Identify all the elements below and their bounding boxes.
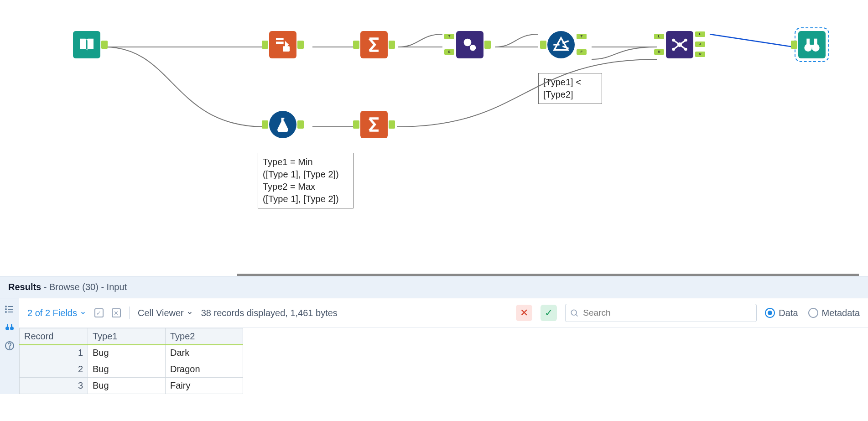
svg-point-26 bbox=[5, 306, 6, 307]
formula-tool[interactable] bbox=[269, 111, 296, 138]
svg-point-28 bbox=[5, 312, 6, 312]
results-header: Results - Browse (30) - Input bbox=[0, 276, 868, 298]
table-row[interactable]: 2BugDragon bbox=[20, 361, 243, 378]
th-type2[interactable]: Type2 bbox=[166, 328, 243, 345]
fields-dropdown[interactable]: 2 of 2 Fields bbox=[27, 308, 86, 318]
svg-rect-19 bbox=[806, 39, 810, 44]
record-summary: 38 records displayed, 1,461 bytes bbox=[201, 308, 338, 318]
svg-line-13 bbox=[674, 40, 680, 45]
svg-line-15 bbox=[680, 40, 686, 45]
results-subtitle: - Browse (30) - Input bbox=[41, 282, 127, 292]
summarize-tool-1[interactable] bbox=[360, 31, 388, 58]
radio-metadata[interactable]: Metadata bbox=[808, 308, 860, 318]
svg-point-30 bbox=[10, 327, 14, 330]
cell-viewer-label: Cell Viewer bbox=[138, 308, 184, 318]
binoculars-icon bbox=[803, 36, 821, 54]
select-all-check[interactable]: ✓ bbox=[94, 308, 104, 317]
prism-icon bbox=[552, 36, 570, 54]
browse-tool[interactable] bbox=[798, 31, 826, 58]
results-sidebar bbox=[0, 298, 19, 394]
svg-point-29 bbox=[5, 327, 9, 330]
search-input[interactable] bbox=[565, 304, 757, 322]
svg-point-35 bbox=[572, 310, 577, 315]
svg-rect-2 bbox=[283, 46, 290, 52]
table-row[interactable]: 1BugDark bbox=[20, 345, 243, 361]
svg-rect-21 bbox=[811, 45, 814, 47]
cell-viewer-dropdown[interactable]: Cell Viewer bbox=[138, 308, 193, 318]
svg-point-27 bbox=[5, 309, 6, 310]
svg-point-34 bbox=[9, 348, 10, 348]
chevron-down-icon bbox=[80, 310, 86, 316]
input-data-tool[interactable] bbox=[73, 31, 100, 58]
deselect-all-check[interactable]: ✕ bbox=[112, 308, 121, 317]
th-type1[interactable]: Type1 bbox=[88, 328, 166, 345]
sigma-icon bbox=[365, 115, 383, 134]
book-open-icon bbox=[78, 36, 96, 54]
select-icon bbox=[274, 36, 292, 54]
fields-label: 2 of 2 Fields bbox=[27, 308, 77, 318]
append-fields-tool[interactable]: T S bbox=[456, 31, 483, 58]
svg-line-36 bbox=[576, 314, 578, 316]
chevron-down-icon bbox=[187, 310, 193, 316]
svg-line-14 bbox=[674, 45, 680, 49]
svg-rect-1 bbox=[276, 42, 284, 44]
search-field[interactable] bbox=[565, 304, 757, 322]
filter-tool[interactable]: T F bbox=[547, 31, 575, 58]
help-icon[interactable] bbox=[4, 340, 15, 351]
sigma-icon bbox=[365, 36, 383, 54]
search-icon bbox=[570, 308, 579, 317]
accept-button[interactable]: ✓ bbox=[541, 305, 557, 321]
results-title: Results bbox=[8, 282, 41, 292]
connection-lines bbox=[0, 0, 868, 274]
summarize-tool-2[interactable] bbox=[360, 111, 388, 138]
svg-rect-32 bbox=[11, 324, 12, 327]
select-tool[interactable] bbox=[269, 31, 296, 58]
svg-line-16 bbox=[680, 45, 686, 49]
svg-rect-0 bbox=[276, 38, 284, 40]
binoculars-tab-icon[interactable] bbox=[4, 322, 15, 333]
flask-icon bbox=[274, 115, 292, 134]
filter-annotation: [Type1] < [Type2] bbox=[538, 73, 602, 104]
table-row[interactable]: 3BugFairy bbox=[20, 378, 243, 394]
radio-data[interactable]: Data bbox=[765, 308, 798, 318]
list-icon[interactable] bbox=[4, 304, 15, 315]
svg-line-7 bbox=[562, 46, 568, 48]
reject-button[interactable]: ✕ bbox=[516, 305, 532, 321]
join-tool[interactable]: L R L J R bbox=[666, 31, 693, 58]
svg-rect-31 bbox=[7, 324, 8, 327]
th-record[interactable]: Record bbox=[20, 328, 88, 345]
svg-point-22 bbox=[283, 119, 285, 121]
network-icon bbox=[670, 36, 689, 54]
svg-point-3 bbox=[464, 39, 472, 47]
results-toolbar: 2 of 2 Fields ✓ ✕ Cell Viewer 38 records… bbox=[19, 298, 868, 328]
svg-rect-20 bbox=[814, 39, 817, 44]
formula-annotation: Type1 = Min ([Type 1], [Type 2]) Type2 =… bbox=[258, 153, 353, 208]
results-table: Record Type1 Type2 1BugDark 2BugDragon 3… bbox=[19, 328, 243, 394]
svg-point-4 bbox=[470, 45, 476, 51]
gears-icon bbox=[461, 36, 479, 54]
workflow-canvas[interactable]: T S T F L R L J R Type1 = Min ([Type 1],… bbox=[0, 0, 868, 274]
